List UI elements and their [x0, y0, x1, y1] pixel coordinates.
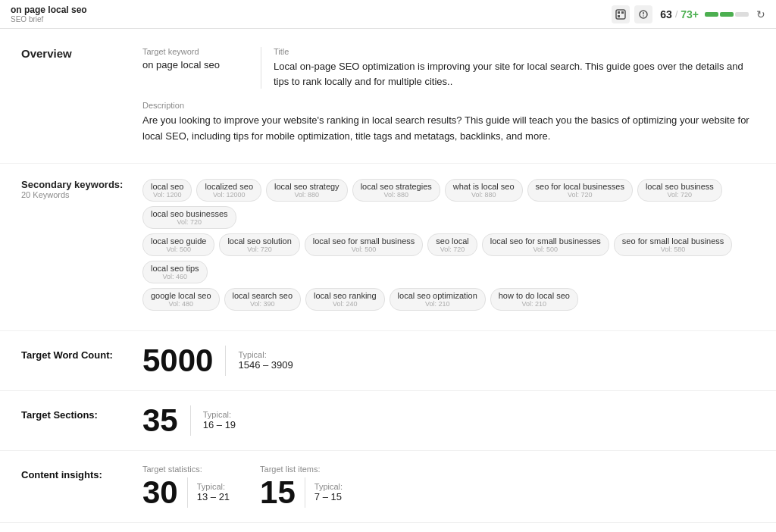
- keyword-vol: Vol: 210: [425, 300, 450, 308]
- word-count-section: Target Word Count: 5000 Typical: 1546 – …: [0, 331, 776, 391]
- keyword-vol: Vol: 720: [247, 246, 272, 253]
- ci-stats-divider: [187, 477, 188, 508]
- score-bar-empty: [735, 12, 749, 17]
- keyword-vol: Vol: 500: [534, 246, 559, 253]
- keyword-name: local seo optimization: [398, 291, 477, 300]
- description-label: Description: [142, 101, 755, 110]
- keyword-vol: Vol: 1200: [153, 191, 182, 199]
- ci-stats-typical: Typical: 13 – 21: [197, 482, 230, 502]
- score-bar-filled-2: [720, 12, 734, 17]
- title-col: Title Local on-page SEO optimization is …: [274, 47, 755, 89]
- app-title: on page local seo: [11, 5, 87, 15]
- keyword-name: local search seo: [233, 291, 293, 300]
- svg-rect-2: [621, 11, 624, 14]
- secondary-keywords-section: Secondary keywords: 20 Keywords local se…: [0, 164, 776, 331]
- keywords-label-col: Secondary keywords: 20 Keywords: [21, 179, 142, 199]
- score-bar-filled: [705, 12, 718, 17]
- ci-list-typical-val: 7 – 15: [314, 491, 343, 502]
- content-insights-section: Content insights: Target statistics: 30 …: [0, 451, 776, 523]
- ci-stats-typical-label: Typical:: [197, 482, 230, 491]
- ci-list-group: Target list items: 15 Typical: 7 – 15: [260, 465, 343, 509]
- keyword-name: local seo: [151, 182, 183, 191]
- funnel-section: Funnel Stage: TOFU: [0, 523, 776, 532]
- keyword-tag: how to do local seoVol: 210: [490, 288, 578, 311]
- keyword-tag: local seo rankingVol: 240: [305, 288, 385, 311]
- ci-stats-label: Target statistics:: [142, 465, 230, 474]
- keyword-vol: Vol: 500: [352, 246, 377, 253]
- keywords-layout: Secondary keywords: 20 Keywords local se…: [21, 179, 755, 315]
- keyword-tag: local seo businessVol: 720: [637, 179, 722, 202]
- keyword-vol: Vol: 390: [250, 300, 275, 308]
- keyword-name: google local seo: [151, 291, 211, 300]
- ci-stats-row: 30 Typical: 13 – 21: [142, 477, 230, 509]
- word-count-value: 5000: [142, 345, 213, 377]
- overview-section: Overview Target keyword on page local se…: [0, 29, 776, 164]
- keyword-name: local seo solution: [227, 236, 291, 246]
- description-text: Are you looking to improve your website'…: [142, 113, 755, 145]
- keyword-vol: Vol: 880: [471, 191, 496, 199]
- keyword-name: local seo for small businesses: [490, 236, 601, 246]
- keyword-vol: Vol: 12000: [213, 191, 246, 199]
- keyword-name: how to do local seo: [499, 291, 570, 300]
- title-label: Title: [274, 47, 755, 56]
- sections-typical-val: 16 – 19: [203, 419, 236, 430]
- title-text: Local on-page SEO optimization is improv…: [274, 59, 755, 89]
- score-bar: [705, 12, 749, 17]
- keywords-count: 20 Keywords: [21, 190, 142, 199]
- sections-body: 35 Typical: 16 – 19: [142, 405, 236, 437]
- kw-row-1: local seoVol: 1200localized seoVol: 1200…: [142, 179, 755, 229]
- keyword-name: seo for local businesses: [536, 182, 624, 191]
- header-left: on page local seo SEO brief: [11, 5, 87, 23]
- ci-list-value: 15: [260, 477, 296, 509]
- overview-divider: [261, 47, 261, 89]
- ci-list-label: Target list items:: [260, 465, 343, 474]
- keyword-name: local seo strategies: [361, 182, 432, 191]
- svg-rect-3: [618, 15, 620, 17]
- ci-list-typical: Typical: 7 – 15: [314, 482, 343, 502]
- keyword-name: local seo ranking: [314, 291, 377, 300]
- icon-button-1[interactable]: [612, 5, 630, 23]
- ci-list-row: 15 Typical: 7 – 15: [260, 477, 343, 509]
- target-keyword-label: Target keyword: [142, 47, 249, 56]
- header-icons: [612, 5, 652, 23]
- word-count-label: Target Word Count:: [21, 345, 142, 361]
- keyword-name: what is local seo: [453, 182, 515, 191]
- refresh-icon[interactable]: ↻: [756, 8, 765, 20]
- main-content: Overview Target keyword on page local se…: [0, 29, 776, 532]
- keyword-tag: local seo guideVol: 500: [142, 233, 214, 256]
- overview-title: Overview: [21, 47, 72, 60]
- sections-label: Target Sections:: [21, 405, 142, 421]
- ci-label: Content insights:: [21, 465, 142, 480]
- ci-list-divider: [305, 477, 305, 508]
- keyword-name: local seo for small business: [313, 236, 415, 246]
- keyword-tag: seo for small local businessVol: 580: [614, 233, 733, 256]
- sections-divider: [190, 405, 191, 436]
- keyword-vol: Vol: 880: [383, 191, 408, 199]
- sections-section: Target Sections: 35 Typical: 16 – 19: [0, 391, 776, 451]
- score-numbers: 63 / 73+: [660, 8, 699, 20]
- keyword-tag: local seo optimizationVol: 210: [390, 288, 486, 311]
- score-area: 63 / 73+: [660, 8, 749, 20]
- keyword-name: local seo guide: [151, 236, 206, 246]
- keyword-tag: local seo solutionVol: 720: [219, 233, 299, 256]
- keyword-tag: what is local seoVol: 880: [445, 179, 523, 202]
- keyword-tag: local seo for small businessesVol: 500: [482, 233, 609, 256]
- word-count-typical: Typical: 1546 – 3909: [238, 350, 293, 371]
- keyword-vol: Vol: 720: [440, 246, 465, 253]
- kw-row-2: local seo guideVol: 500local seo solutio…: [142, 233, 755, 283]
- keyword-tag: localized seoVol: 12000: [196, 179, 261, 202]
- keyword-vol: Vol: 880: [295, 191, 320, 199]
- keyword-vol: Vol: 480: [168, 300, 193, 308]
- keyword-vol: Vol: 720: [177, 218, 202, 226]
- word-count-typical-val: 1546 – 3909: [238, 359, 293, 371]
- ci-body: Target statistics: 30 Typical: 13 – 21 T…: [142, 465, 343, 509]
- icon-button-2[interactable]: [634, 5, 652, 23]
- app-subtitle: SEO brief: [11, 15, 87, 23]
- keyword-name: seo local: [436, 236, 468, 246]
- sections-typical: Typical: 16 – 19: [203, 410, 236, 430]
- svg-rect-1: [618, 11, 620, 14]
- keyword-tag: google local seoVol: 480: [142, 288, 220, 311]
- word-count-divider: [225, 346, 226, 376]
- keyword-tag: seo for local businessesVol: 720: [527, 179, 633, 202]
- target-keyword-value: on page local seo: [142, 59, 249, 70]
